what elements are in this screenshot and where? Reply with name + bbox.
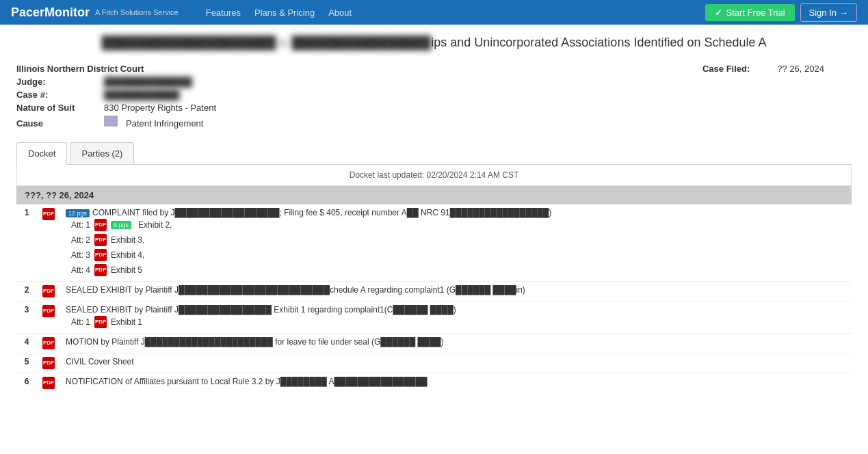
att-pdf-icon[interactable]: PDF [94, 249, 107, 261]
court-row: Illinois Northern District Court [16, 64, 216, 74]
pdf-icon-img[interactable]: PDF [42, 357, 55, 369]
judge-label: Judge: [16, 77, 98, 87]
cause-row: Cause Patent Infringement [16, 116, 216, 129]
row-text: NOTIFICATION of Affiliates pursuant to L… [60, 373, 852, 392]
pdf-icon[interactable]: PDF [37, 353, 60, 373]
navbar: PacerMonitor A Fitch Solutions Service F… [0, 0, 868, 25]
case-title: ████████████████████ v. ████████████████… [16, 36, 852, 50]
pdf-icon-img[interactable]: PDF [42, 377, 55, 389]
judge-row: Judge: ██████████████ [16, 77, 216, 87]
row-number: 2 [16, 282, 37, 301]
nav-actions: Start Free Trial Sign In → [705, 3, 857, 22]
judge-value: ██████████████ [104, 77, 192, 87]
nature-value: 830 Property Rights - Patent [104, 103, 216, 113]
casenum-row: Case #: ████████████ [16, 90, 216, 100]
pdf-icon[interactable]: PDF [37, 302, 60, 333]
docket-last-updated: Docket last updated: 02/20/2024 2:14 AM … [16, 165, 852, 186]
table-row: 3PDFSEALED EXHIBIT by Plaintiff J███████… [16, 302, 852, 333]
row-text: MOTION by Plaintiff J███████████████████… [60, 334, 852, 353]
att-text: Exhibit 2, [138, 220, 172, 230]
row-text: 12 pgsCOMPLAINT filed by J██████████████… [60, 204, 852, 281]
attachment-row: Att: 1 PDF 6 pgs Exhibit 2, [71, 217, 846, 232]
case-title-visible: ips and Unincorporated Associations Iden… [431, 36, 766, 49]
attachment-row: Att: 3 PDF Exhibit 4, [71, 248, 846, 263]
brand-subtitle: A Fitch Solutions Service [95, 8, 179, 16]
pdf-icon-img[interactable]: PDF [42, 337, 55, 349]
casenum-value: ████████████ [104, 90, 180, 100]
nav-plans-pricing[interactable]: Plans & Pricing [254, 8, 315, 18]
filed-value: ?? 26, 2024 [777, 64, 824, 74]
docket-table: 1PDF12 pgsCOMPLAINT filed by J██████████… [16, 204, 852, 392]
cause-label: Cause [16, 118, 98, 129]
brand-name: PacerMonitor [11, 5, 90, 20]
table-row: 4PDFMOTION by Plaintiff J███████████████… [16, 334, 852, 353]
table-row: 6PDFNOTIFICATION of Affiliates pursuant … [16, 373, 852, 392]
att-pdf-icon[interactable]: PDF [94, 316, 107, 328]
row-description: SEALED EXHIBIT by Plaintiff J███████████… [66, 305, 456, 315]
row-description: MOTION by Plaintiff J███████████████████… [66, 337, 444, 347]
sign-in-button[interactable]: Sign In → [800, 3, 857, 22]
main-content: ████████████████████ v. ████████████████… [0, 25, 868, 403]
row-number: 5 [16, 353, 37, 373]
page-count-badge: 12 pgs [66, 209, 90, 217]
filed-row: Case Filed: ?? 26, 2024 [668, 64, 824, 74]
docket-date-header: ???, ?? 26, 2024 [16, 186, 852, 204]
row-number: 4 [16, 334, 37, 353]
table-row: 1PDF12 pgsCOMPLAINT filed by J██████████… [16, 204, 852, 281]
attachment-row: Att: 4 PDF Exhibit 5 [71, 263, 846, 278]
tab-parties[interactable]: Parties (2) [70, 142, 134, 164]
case-info-left: Illinois Northern District Court Judge: … [16, 64, 216, 131]
pdf-icon[interactable]: PDF [37, 373, 60, 392]
cause-value: Patent Infringement [126, 118, 203, 129]
att-label: Att: 3 [71, 250, 90, 260]
att-badge: 6 pgs [111, 221, 131, 229]
att-label: Att: 1 [71, 220, 90, 230]
att-text: Exhibit 5 [111, 265, 142, 275]
table-row: 2PDFSEALED EXHIBIT by Plaintiff J███████… [16, 282, 852, 301]
pdf-icon-img[interactable]: PDF [42, 208, 55, 220]
row-number: 3 [16, 302, 37, 333]
start-free-trial-button[interactable]: Start Free Trial [705, 4, 795, 21]
nav-features[interactable]: Features [206, 8, 241, 18]
att-label: Att: 4 [71, 265, 90, 275]
att-pdf-icon[interactable]: PDF [94, 234, 107, 246]
att-pdf-icon[interactable]: PDF [94, 219, 107, 231]
att-pdf-icon[interactable]: PDF [94, 264, 107, 276]
row-description: SEALED EXHIBIT by Plaintiff J███████████… [66, 285, 525, 295]
attachment-row: Att: 2 PDF Exhibit 3, [71, 232, 846, 248]
row-description: NOTIFICATION of Affiliates pursuant to L… [66, 377, 427, 386]
att-label: Att: 1 [71, 317, 90, 327]
tab-docket[interactable]: Docket [16, 142, 67, 165]
row-text: SEALED EXHIBIT by Plaintiff J███████████… [60, 282, 852, 301]
case-title-blurred: ████████████████████ v. ████████████████ [101, 36, 431, 50]
filed-label: Case Filed: [668, 64, 750, 74]
brand: PacerMonitor A Fitch Solutions Service [11, 5, 179, 20]
attachment-row: Att: 1 PDF Exhibit 1 [71, 315, 846, 330]
att-text: Exhibit 1 [111, 317, 142, 327]
pdf-icon-img[interactable]: PDF [42, 285, 55, 297]
row-description: CIVIL Cover Sheet [66, 357, 134, 366]
nav-links: Features Plans & Pricing About [206, 8, 352, 18]
row-number: 6 [16, 373, 37, 392]
case-info-right: Case Filed: ?? 26, 2024 [668, 64, 852, 131]
pdf-icon-img[interactable]: PDF [42, 305, 55, 317]
nav-about[interactable]: About [328, 8, 352, 18]
att-text: Exhibit 3, [111, 235, 144, 245]
att-text: Exhibit 4, [111, 250, 144, 260]
pdf-icon[interactable]: PDF [37, 334, 60, 353]
table-row: 5PDFCIVIL Cover Sheet [16, 353, 852, 373]
nature-row: Nature of Suit 830 Property Rights - Pat… [16, 103, 216, 113]
row-text: SEALED EXHIBIT by Plaintiff J███████████… [60, 302, 852, 333]
row-text: CIVIL Cover Sheet [60, 353, 852, 373]
pdf-icon[interactable]: PDF [37, 282, 60, 301]
row-number: 1 [16, 204, 37, 281]
tabs: Docket Parties (2) [16, 142, 852, 165]
nature-label: Nature of Suit [16, 103, 98, 113]
att-label: Att: 2 [71, 235, 90, 245]
row-description: COMPLAINT filed by J██████████████████; … [92, 208, 551, 217]
pdf-icon[interactable]: PDF [37, 204, 60, 281]
casenum-label: Case #: [16, 90, 98, 100]
cause-icon [104, 116, 118, 126]
court-label: Illinois Northern District Court [16, 64, 144, 74]
signin-arrow-icon: → [839, 8, 848, 18]
